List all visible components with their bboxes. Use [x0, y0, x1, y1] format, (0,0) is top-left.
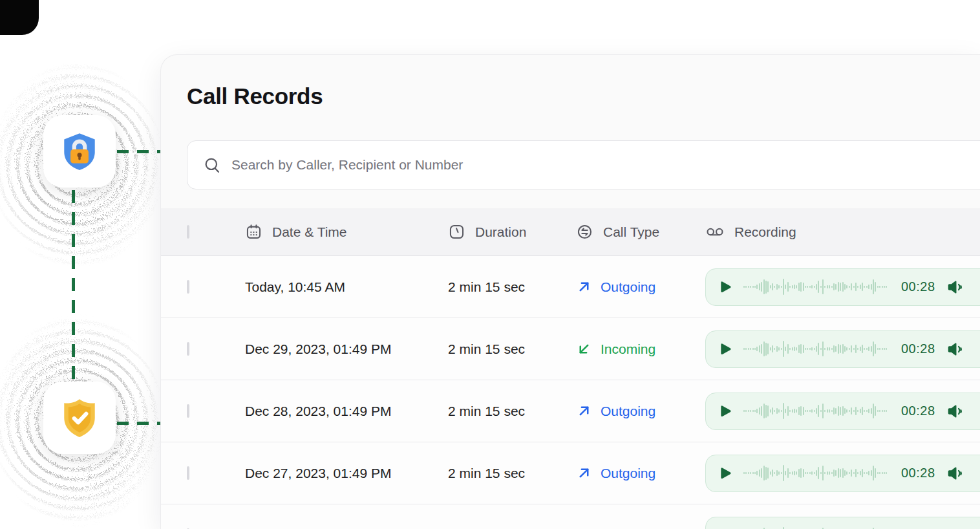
- search-icon: [203, 156, 221, 174]
- table-header: Date & Time Duration Call Type: [161, 208, 980, 256]
- download-icon[interactable]: [978, 465, 980, 482]
- cell-datetime: Dec 28, 2023, 01:49 PM: [245, 404, 448, 419]
- row-checkbox[interactable]: [187, 404, 189, 418]
- call-type-label: Incoming: [601, 341, 655, 357]
- speaker-icon[interactable]: [946, 341, 964, 358]
- column-label-duration: Duration: [475, 224, 526, 240]
- cell-datetime: Dec 29, 2023, 01:49 PM: [245, 341, 448, 357]
- cell-datetime: Dec 27, 2023, 01:49 PM: [245, 466, 448, 481]
- table-row: Dec 26, 2023, 01:49 PM 2 min 15 sec Inco…: [161, 504, 980, 529]
- speaker-icon[interactable]: [946, 403, 964, 420]
- waveform-scrubber[interactable]: [743, 464, 891, 483]
- play-button[interactable]: [716, 279, 733, 296]
- row-checkbox[interactable]: [187, 280, 189, 294]
- page-title: Call Records: [187, 83, 980, 109]
- waveform-scrubber[interactable]: [743, 526, 891, 529]
- recording-time: 00:28: [901, 466, 935, 480]
- row-checkbox[interactable]: [187, 466, 189, 480]
- recording-time: 00:28: [901, 404, 935, 418]
- table-body: Today, 10:45 AM 2 min 15 sec Outgoing 00…: [161, 256, 980, 529]
- recording-time: 00:28: [901, 279, 935, 294]
- download-icon[interactable]: [978, 279, 980, 296]
- incoming-arrow-icon: [576, 341, 592, 357]
- cell-duration: 2 min 15 sec: [448, 279, 576, 295]
- download-icon[interactable]: [978, 527, 980, 529]
- column-label-datetime: Date & Time: [272, 224, 347, 240]
- search-box: [187, 140, 980, 189]
- cell-call-type: Incoming: [576, 341, 705, 357]
- lock-shield-icon: [58, 130, 101, 173]
- play-button[interactable]: [716, 403, 733, 420]
- security-lock-badge: [43, 115, 116, 188]
- speaker-icon[interactable]: [946, 527, 964, 529]
- corner-decor: [0, 0, 39, 35]
- recording-player: 00:28: [705, 330, 980, 368]
- outgoing-arrow-icon: [576, 279, 592, 295]
- cell-call-type: Outgoing: [576, 403, 705, 419]
- row-checkbox[interactable]: [187, 342, 189, 356]
- play-button[interactable]: [716, 527, 733, 529]
- column-header-recording: Recording: [705, 223, 980, 241]
- cell-duration: 2 min 15 sec: [448, 341, 576, 357]
- calendar-icon: [245, 223, 262, 241]
- table-row: Dec 28, 2023, 01:49 PM 2 min 15 sec Outg…: [161, 380, 980, 442]
- outgoing-arrow-icon: [576, 465, 592, 481]
- security-shield-badge: [43, 382, 116, 454]
- waveform-scrubber[interactable]: [743, 277, 891, 297]
- cell-duration: 2 min 15 sec: [448, 404, 576, 419]
- cell-call-type: Outgoing: [576, 465, 705, 481]
- search-input[interactable]: [231, 157, 977, 173]
- table-row: Dec 27, 2023, 01:49 PM 2 min 15 sec Outg…: [161, 442, 980, 504]
- speaker-icon[interactable]: [946, 465, 964, 482]
- play-button[interactable]: [716, 465, 733, 482]
- recording-player: 00:28: [705, 268, 980, 306]
- column-header-calltype: Call Type: [576, 223, 705, 241]
- recording-player: 00:28: [705, 393, 980, 430]
- voicemail-icon: [705, 223, 725, 241]
- table-row: Dec 29, 2023, 01:49 PM 2 min 15 sec Inco…: [161, 318, 980, 380]
- cell-duration: 2 min 15 sec: [448, 466, 576, 481]
- dashed-connector-bottom: [117, 422, 162, 425]
- download-icon[interactable]: [978, 341, 980, 358]
- download-icon[interactable]: [978, 403, 980, 420]
- recording-player: 00:28: [705, 455, 980, 492]
- speaker-icon[interactable]: [946, 279, 964, 296]
- call-type-label: Outgoing: [601, 404, 655, 419]
- column-header-duration: Duration: [448, 223, 576, 241]
- waveform-scrubber[interactable]: [743, 402, 891, 421]
- dashed-connector-vertical: [72, 190, 75, 379]
- call-type-label: Outgoing: [601, 466, 655, 481]
- dashed-connector-top: [117, 150, 162, 153]
- call-type-icon: [576, 223, 593, 241]
- recording-player: 00:28: [705, 517, 980, 529]
- call-records-panel: Call Records Date &: [160, 54, 980, 529]
- cell-call-type: Outgoing: [576, 279, 705, 295]
- shield-check-icon: [58, 396, 101, 439]
- column-header-datetime: Date & Time: [245, 223, 448, 241]
- cell-datetime: Today, 10:45 AM: [245, 279, 448, 295]
- clock-icon: [448, 223, 465, 241]
- select-all-checkbox[interactable]: [187, 225, 189, 239]
- column-label-recording: Recording: [734, 224, 796, 240]
- column-label-calltype: Call Type: [603, 224, 659, 240]
- call-type-label: Outgoing: [601, 279, 655, 295]
- table-row: Today, 10:45 AM 2 min 15 sec Outgoing 00…: [161, 256, 980, 318]
- recording-time: 00:28: [901, 341, 935, 356]
- outgoing-arrow-icon: [576, 403, 592, 419]
- waveform-scrubber[interactable]: [743, 340, 891, 359]
- play-button[interactable]: [716, 341, 733, 358]
